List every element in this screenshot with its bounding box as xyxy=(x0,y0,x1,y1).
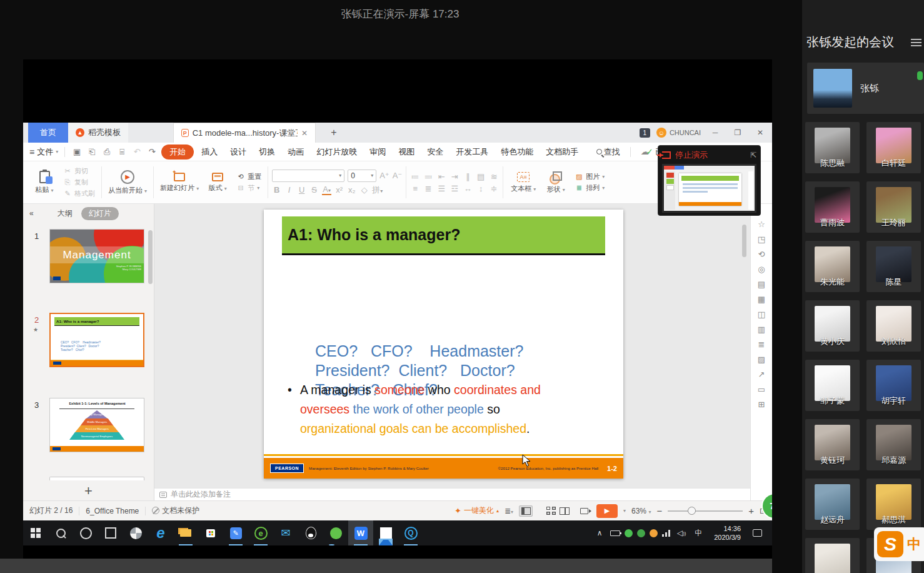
side-tool-icon[interactable]: ≣ xyxy=(758,340,765,348)
record-button[interactable] xyxy=(577,505,591,517)
strikethrough-button[interactable]: S xyxy=(309,185,319,195)
menu-item[interactable]: 开始 xyxy=(161,145,194,160)
battery-icon[interactable] xyxy=(610,530,620,536)
thumbnail-slide-2-selected[interactable]: A1: Who is a manager? CEO? CFO? Headmast… xyxy=(49,313,144,367)
taskbar-cortana-icon[interactable] xyxy=(73,520,98,545)
menu-item[interactable]: 特色功能 xyxy=(496,145,538,160)
find-button[interactable]: 查找 xyxy=(596,146,620,158)
alignment-tool-icon[interactable]: ☰ xyxy=(436,184,446,193)
alignment-tool-icon[interactable]: ≑ xyxy=(489,184,499,193)
font-size-combo[interactable]: 0▾ xyxy=(348,170,376,182)
presentation-preview[interactable] xyxy=(662,164,756,213)
taskbar-wechat-icon[interactable] xyxy=(323,520,348,545)
side-tool-icon[interactable]: ▤ xyxy=(758,280,765,288)
paragraph-tool-icon[interactable]: ⇤ xyxy=(436,172,446,181)
participant-tile[interactable]: 朱光能 xyxy=(805,241,860,292)
participant-tile[interactable]: 陈星 xyxy=(866,241,921,292)
volume-icon[interactable]: ◁)) xyxy=(675,525,688,540)
slide-canvas[interactable]: A1: Who is a manager? CEO? CFO? Headmast… xyxy=(154,204,750,488)
tray-orange-icon[interactable] xyxy=(650,529,658,537)
participant-tile[interactable]: 刘欣怡 xyxy=(866,300,921,352)
paragraph-tool-icon[interactable]: ≕ xyxy=(423,172,433,181)
underline-button[interactable]: U xyxy=(297,185,306,195)
message-badge[interactable]: 1 xyxy=(640,128,650,138)
canvas-scrollbar[interactable] xyxy=(742,225,746,257)
zoom-percent[interactable]: 63% ▾ xyxy=(631,507,651,515)
paragraph-tool-icon[interactable]: ≔ xyxy=(410,172,420,181)
taskbar-edge-icon[interactable]: e xyxy=(148,520,173,545)
paste-button[interactable]: 粘贴 ▾ xyxy=(31,171,58,195)
thumbnail-slide-1[interactable]: Management Stephen P. ROBBINS Mary COULT… xyxy=(49,229,144,283)
participant-tile[interactable]: 胡宇轩 xyxy=(866,360,921,411)
taskbar-browser360-icon[interactable]: e xyxy=(248,520,273,545)
tab-outline[interactable]: 大纲 xyxy=(58,208,73,219)
taskbar-notes-icon[interactable]: ✎ xyxy=(223,520,248,545)
taskbar-pinwheel-icon[interactable] xyxy=(123,520,148,545)
thumbnail-slide-4-partial[interactable] xyxy=(49,477,144,480)
action-center-icon[interactable] xyxy=(753,529,762,537)
textbox-button[interactable]: A≡ 文本框 ▾ xyxy=(510,172,537,193)
zoom-slider[interactable] xyxy=(668,510,743,512)
participant-tile[interactable]: 黄钰珂 xyxy=(805,419,860,470)
side-tool-icon[interactable]: ◫ xyxy=(758,310,765,318)
participant-tile[interactable]: 黄小庆 xyxy=(805,300,860,352)
participant-tile[interactable]: 邱嘉源 xyxy=(866,419,921,470)
tray-chevron-icon[interactable]: ∧ xyxy=(593,525,606,540)
taskbar-explorer-icon[interactable] xyxy=(173,520,198,545)
increase-font-button[interactable]: A⁺ xyxy=(379,171,389,180)
participant-tile[interactable]: 邹子蒙 xyxy=(805,360,860,411)
thumbnail-slide-3[interactable]: Exhibit 1-1: Levels of Management Top Ma… xyxy=(49,398,144,452)
participant-tile[interactable] xyxy=(805,538,860,573)
paragraph-tool-icon[interactable]: ∥ xyxy=(463,172,473,181)
panel-scrollbar[interactable] xyxy=(148,230,153,284)
theme-name[interactable]: 6_Office Theme xyxy=(86,507,139,515)
taskbar-clock[interactable]: 14:36 2020/3/9 xyxy=(709,524,746,542)
italic-button[interactable]: I xyxy=(284,185,294,195)
side-tool-icon[interactable]: ▭ xyxy=(758,385,765,393)
network-icon[interactable] xyxy=(662,530,671,537)
decrease-font-button[interactable]: A⁻ xyxy=(393,171,403,180)
taskbar-wps-icon[interactable]: W xyxy=(348,520,373,545)
file-menu[interactable]: ≡ 文件 ▾ xyxy=(29,146,58,158)
alignment-tool-icon[interactable]: ≡ xyxy=(410,184,420,193)
print-preview-icon[interactable]: ⌸ xyxy=(116,147,128,157)
menu-item[interactable]: 视图 xyxy=(393,145,419,160)
participant-tile[interactable]: 王玲丽 xyxy=(866,181,921,233)
menu-item[interactable]: 切换 xyxy=(254,145,280,160)
menu-item[interactable]: 设计 xyxy=(225,145,251,160)
zoom-out-button[interactable]: − xyxy=(656,505,662,516)
side-tool-icon[interactable]: ☆ xyxy=(758,220,765,228)
redo-icon[interactable]: ↷ xyxy=(146,147,158,156)
taskbar-qq-icon[interactable] xyxy=(298,520,323,545)
account-button[interactable]: ☺ CHUNCAI xyxy=(656,128,701,138)
participant-tile[interactable]: 赵远舟 xyxy=(805,479,860,530)
paragraph-tool-icon[interactable]: ▤ xyxy=(476,172,486,181)
side-tool-icon[interactable]: ⊞ xyxy=(758,400,765,408)
add-slide-button[interactable]: + xyxy=(23,483,154,499)
play-options-caret[interactable]: ▾ xyxy=(623,508,626,514)
participant-tile[interactable]: 曹雨波 xyxy=(805,181,860,233)
beautify-button[interactable]: ✦一键美化▴ xyxy=(454,505,499,516)
sidebar-menu-icon[interactable] xyxy=(911,39,921,46)
participant-tile[interactable]: 白轩廷 xyxy=(866,122,921,173)
save-icon[interactable]: ▣ xyxy=(71,147,83,156)
shapes-button[interactable]: 形状 ▾ xyxy=(542,171,570,194)
taskbar-search-icon[interactable] xyxy=(48,520,73,545)
wps-close-button[interactable]: ✕ xyxy=(752,128,768,137)
play-from-current-button[interactable]: ▶ 从当前开始 ▾ xyxy=(108,170,147,195)
reset-button[interactable]: ⟲重置 xyxy=(236,172,261,181)
wps-minimize-button[interactable]: ─ xyxy=(707,128,723,137)
menu-item[interactable]: 动画 xyxy=(283,145,309,160)
normal-view-button[interactable] xyxy=(519,505,533,517)
menu-item[interactable]: 安全 xyxy=(422,145,448,160)
alignment-tool-icon[interactable]: ☲ xyxy=(449,184,459,193)
tab-home[interactable]: 首页 xyxy=(28,123,68,143)
taskbar-tim-icon[interactable]: Q xyxy=(398,520,423,545)
taskbar-store-icon[interactable] xyxy=(198,520,223,545)
ime-badge[interactable]: S 中 xyxy=(874,527,924,561)
paragraph-tool-icon[interactable]: ⇥ xyxy=(449,172,459,181)
alignment-tool-icon[interactable]: ↔ xyxy=(463,184,473,193)
side-tool-icon[interactable]: ▦ xyxy=(758,295,765,303)
side-tool-icon[interactable]: ↗ xyxy=(758,370,765,378)
copy-button[interactable]: ⎘复制 xyxy=(63,178,95,187)
